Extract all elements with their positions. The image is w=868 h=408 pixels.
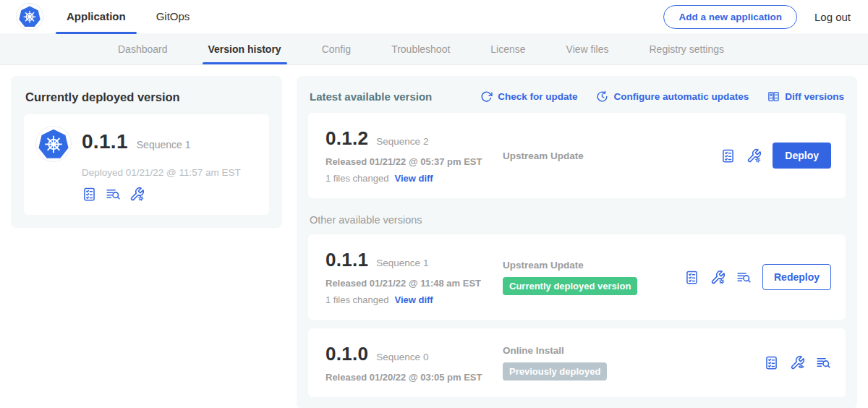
version-number: 0.1.2	[326, 127, 368, 150]
deployed-version-number: 0.1.1	[82, 130, 128, 153]
subnav-tab-registry-settings[interactable]: Registry settings	[649, 33, 723, 64]
preflight-checks-icon[interactable]	[82, 187, 97, 202]
released-timestamp: Released 01/21/22 @ 05:37 pm EST	[326, 156, 503, 167]
check-for-update-label: Check for update	[498, 91, 577, 102]
view-config-icon[interactable]	[790, 355, 805, 370]
currently-deployed-title: Currently deployed version	[25, 90, 269, 104]
version-source-label: Online Install	[503, 345, 764, 356]
currently-deployed-badge: Currently deployed version	[503, 277, 637, 295]
sequence-label: Sequence 0	[376, 352, 428, 362]
deploy-logs-icon[interactable]	[736, 270, 752, 285]
subnav-tab-license[interactable]: License	[490, 33, 525, 64]
edit-config-icon[interactable]	[129, 187, 145, 202]
files-changed-label: 1 files changed	[326, 173, 388, 184]
other-versions-title: Other available versions	[310, 214, 844, 226]
subnav-tab-troubleshoot[interactable]: Troubleshoot	[391, 33, 450, 64]
sequence-label: Sequence 2	[376, 136, 428, 147]
version-source-label: Upstream Update	[503, 260, 684, 271]
redeploy-button[interactable]: Redeploy	[762, 264, 831, 290]
preflight-checks-icon[interactable]	[720, 148, 736, 163]
diff-versions-label: Diff versions	[785, 91, 844, 102]
app-subnav: Dashboard Version history Config Trouble…	[0, 33, 868, 65]
configure-automatic-updates-label: Configure automatic updates	[613, 91, 749, 102]
version-row-0-1-2: 0.1.2 Sequence 2 Released 01/21/22 @ 05:…	[308, 113, 846, 198]
previously-deployed-badge: Previously deployed	[503, 362, 607, 381]
deploy-logs-icon[interactable]	[106, 187, 121, 202]
view-diff-link[interactable]: View diff	[394, 294, 433, 305]
currently-deployed-panel: Currently deployed version 0.1.1 Sequenc…	[11, 76, 282, 228]
preflight-checks-icon[interactable]	[764, 355, 779, 370]
view-diff-link[interactable]: View diff	[394, 173, 433, 184]
released-timestamp: Released 01/20/22 @ 03:05 pm EST	[326, 372, 503, 383]
available-versions-panel: Latest available version Check for updat…	[297, 76, 857, 408]
kubernetes-logo	[16, 3, 43, 30]
version-source-label: Upstream Update	[503, 150, 720, 161]
configure-automatic-updates-link[interactable]: Configure automatic updates	[596, 90, 749, 103]
version-number: 0.1.1	[326, 249, 368, 271]
refresh-icon	[480, 90, 493, 103]
subnav-tab-version-history[interactable]: Version history	[208, 33, 281, 64]
version-row-0-1-0: 0.1.0 Sequence 0 Released 01/20/22 @ 03:…	[308, 328, 846, 397]
version-history-page: Currently deployed version 0.1.1 Sequenc…	[0, 65, 868, 408]
app-icon	[35, 126, 72, 162]
deployed-timestamp: Deployed 01/21/22 @ 11:57 am EST	[82, 167, 258, 178]
preflight-checks-icon[interactable]	[684, 270, 699, 285]
tab-gitops[interactable]: GitOps	[156, 0, 190, 33]
subnav-tab-dashboard[interactable]: Dashboard	[118, 33, 168, 64]
files-changed-label: 1 files changed	[326, 294, 388, 305]
check-for-update-link[interactable]: Check for update	[480, 90, 577, 103]
deployed-version-card: 0.1.1 Sequence 1 Deployed 01/21/22 @ 11:…	[24, 114, 269, 215]
latest-available-title: Latest available version	[310, 90, 432, 103]
subnav-tab-view-files[interactable]: View files	[566, 33, 609, 64]
add-application-button[interactable]: Add a new application	[663, 5, 797, 29]
top-header: Application GitOps Add a new application…	[0, 0, 868, 33]
version-row-0-1-1: 0.1.1 Sequence 1 Released 01/21/22 @ 11:…	[308, 234, 846, 320]
logout-link[interactable]: Log out	[814, 11, 851, 23]
version-number: 0.1.0	[326, 343, 368, 365]
deploy-logs-icon[interactable]	[816, 355, 831, 370]
edit-config-icon[interactable]	[710, 270, 726, 285]
diff-versions-link[interactable]: Diff versions	[767, 90, 844, 103]
sequence-label: Sequence 1	[376, 258, 428, 268]
released-timestamp: Released 01/21/22 @ 11:48 am EST	[326, 278, 503, 289]
tab-application[interactable]: Application	[67, 0, 126, 33]
schedule-icon	[596, 90, 608, 103]
edit-config-icon[interactable]	[746, 148, 762, 163]
subnav-tab-config[interactable]: Config	[322, 33, 351, 64]
deploy-button[interactable]: Deploy	[773, 143, 831, 169]
deployed-sequence-label: Sequence 1	[137, 139, 191, 150]
diff-icon	[767, 90, 780, 103]
